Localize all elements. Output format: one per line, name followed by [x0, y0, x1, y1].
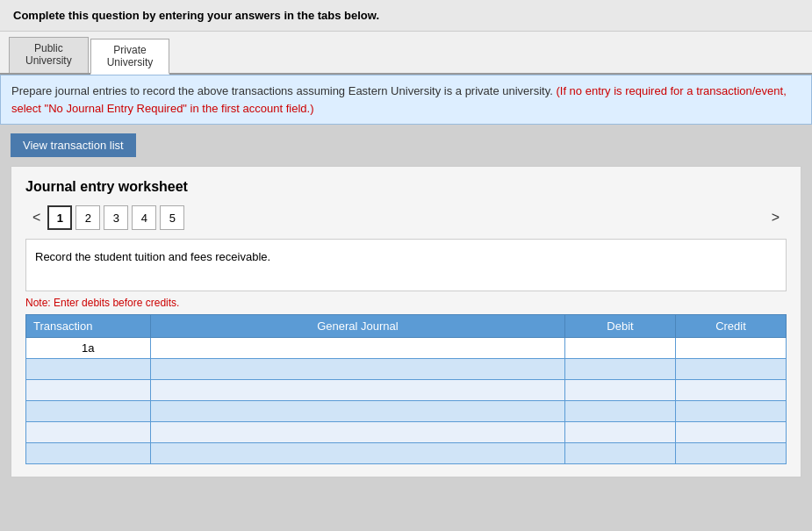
- journal-input[interactable]: [151, 338, 564, 358]
- worksheet-container: Journal entry worksheet < 1 2 3 4 5 > Re…: [11, 166, 801, 477]
- table-row: [26, 380, 787, 401]
- table-row: [26, 359, 787, 380]
- credit-input[interactable]: [676, 380, 786, 400]
- debit-cell[interactable]: [565, 443, 676, 464]
- journal-input[interactable]: [151, 380, 564, 400]
- next-page-arrow[interactable]: >: [765, 208, 787, 227]
- table-row: [26, 401, 787, 422]
- journal-input[interactable]: [151, 422, 564, 442]
- journal-table: Transaction General Journal Debit Credit…: [25, 314, 787, 464]
- credit-cell[interactable]: [676, 443, 787, 464]
- transaction-cell: [26, 380, 151, 401]
- tab-public-university[interactable]: Public University: [9, 37, 89, 73]
- transaction-cell: [26, 422, 151, 443]
- view-transaction-button[interactable]: View transaction list: [11, 133, 136, 157]
- debit-cell[interactable]: [565, 359, 676, 380]
- debit-cell[interactable]: [565, 422, 676, 443]
- credit-cell[interactable]: [676, 380, 787, 401]
- debit-input[interactable]: [565, 380, 675, 400]
- journal-cell[interactable]: [150, 401, 564, 422]
- credit-cell[interactable]: [676, 422, 787, 443]
- debit-cell[interactable]: [565, 401, 676, 422]
- journal-cell[interactable]: [150, 422, 564, 443]
- credit-input[interactable]: [676, 401, 786, 421]
- credit-input[interactable]: [676, 443, 786, 463]
- debit-input[interactable]: [565, 422, 675, 442]
- instruction-main-text: Prepare journal entries to record the ab…: [11, 84, 553, 97]
- col-header-credit: Credit: [676, 315, 787, 338]
- instruction-text: Complete this question by entering your …: [13, 9, 379, 22]
- transaction-cell: [26, 359, 151, 380]
- journal-input[interactable]: [151, 401, 564, 421]
- entry-description: Record the student tuition and fees rece…: [25, 239, 787, 291]
- col-header-transaction: Transaction: [26, 315, 151, 338]
- page-btn-5[interactable]: 5: [160, 205, 184, 230]
- table-row: 1a: [26, 338, 787, 359]
- page-btn-4[interactable]: 4: [132, 205, 156, 230]
- tabs-bar: Public University Private University: [0, 32, 812, 75]
- table-row: [26, 422, 787, 443]
- credit-input[interactable]: [676, 359, 786, 379]
- worksheet-title: Journal entry worksheet: [25, 179, 787, 195]
- journal-cell[interactable]: [150, 338, 564, 359]
- debit-input[interactable]: [565, 359, 675, 379]
- journal-input[interactable]: [151, 443, 564, 463]
- description-text: Record the student tuition and fees rece…: [35, 250, 270, 263]
- transaction-cell: [26, 401, 151, 422]
- page-btn-3[interactable]: 3: [104, 205, 128, 230]
- journal-cell[interactable]: [150, 380, 564, 401]
- credit-input[interactable]: [676, 338, 786, 358]
- credit-cell[interactable]: [676, 359, 787, 380]
- page-btn-1[interactable]: 1: [47, 205, 72, 230]
- prev-page-arrow[interactable]: <: [25, 208, 47, 227]
- credit-cell[interactable]: [676, 338, 787, 359]
- journal-cell[interactable]: [150, 359, 564, 380]
- col-header-debit: Debit: [565, 315, 676, 338]
- top-instruction-bar: Complete this question by entering your …: [0, 0, 812, 32]
- table-row: [26, 443, 787, 464]
- col-header-general-journal: General Journal: [150, 315, 564, 338]
- credit-input[interactable]: [676, 422, 786, 442]
- page-navigation: < 1 2 3 4 5 >: [25, 205, 787, 230]
- debit-input[interactable]: [565, 401, 675, 421]
- transaction-cell: [26, 443, 151, 464]
- credit-cell[interactable]: [676, 401, 787, 422]
- tab-private-university[interactable]: Private University: [90, 39, 170, 75]
- journal-input[interactable]: [151, 359, 564, 379]
- debit-cell[interactable]: [565, 380, 676, 401]
- debit-cell[interactable]: [565, 338, 676, 359]
- debit-credit-note: Note: Enter debits before credits.: [25, 297, 787, 309]
- instruction-box: Prepare journal entries to record the ab…: [0, 75, 812, 125]
- page-btn-2[interactable]: 2: [75, 205, 100, 230]
- debit-input[interactable]: [565, 338, 675, 358]
- transaction-cell: 1a: [26, 338, 151, 359]
- journal-cell[interactable]: [150, 443, 564, 464]
- debit-input[interactable]: [565, 443, 675, 463]
